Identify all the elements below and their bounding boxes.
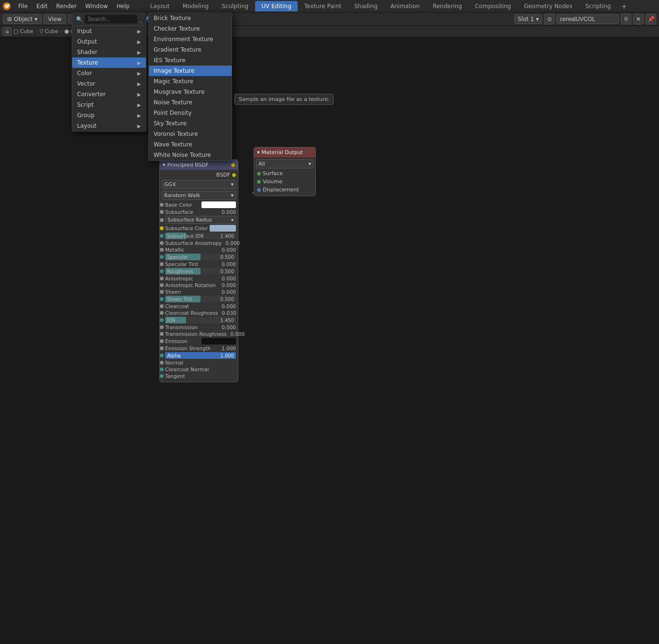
material-pin-btn[interactable]: 📌 (646, 14, 656, 24)
menu-shader[interactable]: Shader ▶ (72, 47, 146, 57)
transmission-socket[interactable] (160, 325, 164, 329)
texture-environment[interactable]: Environment Texture (149, 34, 232, 44)
anisotropic-socket[interactable] (160, 277, 164, 280)
ior-socket[interactable] (160, 318, 164, 322)
material-name-input[interactable] (557, 14, 619, 24)
subsurface-color-swatch[interactable] (210, 225, 236, 232)
menu-converter[interactable]: Converter ▶ (72, 89, 146, 100)
metallic-socket[interactable] (160, 248, 164, 252)
texture-checker[interactable]: Checker Texture (149, 23, 232, 34)
add-workspace-tab[interactable]: + (617, 1, 631, 11)
base-color-socket[interactable] (160, 203, 164, 207)
menu-layout[interactable]: Layout ▶ (72, 121, 146, 131)
tab-scripting[interactable]: Scripting (579, 1, 617, 11)
material-output-dropdown[interactable]: All ▾ (256, 159, 313, 168)
subsurface-ior-socket[interactable] (160, 234, 164, 238)
field-clearcoat-normal: Clearcoat Normal (160, 366, 238, 373)
menu-script[interactable]: Script ▶ (72, 100, 146, 110)
subsurface-color-socket[interactable] (160, 226, 164, 230)
material-unlink-btn[interactable]: ✕ (633, 14, 644, 24)
texture-voronoi[interactable]: Voronoi Texture (149, 129, 232, 139)
normal-socket[interactable] (160, 361, 164, 365)
subsurface-radius-dropdown[interactable]: Subsurface Radius▾ (165, 216, 236, 224)
volume-input-socket[interactable] (257, 180, 261, 184)
roughness-socket[interactable] (160, 269, 164, 273)
subsurface-radius-socket[interactable] (160, 218, 164, 222)
tab-compositing[interactable]: Compositing (469, 1, 517, 11)
tab-modeling[interactable]: Modeling (177, 1, 215, 11)
material-copy-btn[interactable]: ⎘ (621, 14, 631, 24)
subsurface-aniso-socket[interactable] (160, 241, 164, 245)
tangent-socket[interactable] (160, 374, 164, 378)
texture-brick[interactable]: Brick Texture (149, 13, 232, 23)
view-menu-btn[interactable]: View (44, 14, 66, 24)
menu-search-input[interactable] (85, 15, 137, 23)
texture-wave[interactable]: Wave Texture (149, 139, 232, 150)
subsurface-socket[interactable] (160, 210, 164, 214)
menu-color[interactable]: Color ▶ (72, 68, 146, 78)
transmission-roughness-socket[interactable] (160, 332, 164, 336)
surface-input-socket[interactable] (257, 172, 261, 176)
breadcrumb-cube2[interactable]: ▽ Cube (39, 28, 58, 34)
menu-render[interactable]: Render (52, 2, 80, 11)
tab-rendering[interactable]: Rendering (426, 1, 468, 11)
bsdf-collapse-arrow[interactable]: ▾ (163, 162, 166, 168)
subsurface-ior-bar[interactable]: Subsurface IOR 1.400 (165, 233, 236, 239)
clearcoat-roughness-socket[interactable] (160, 311, 164, 315)
menu-vector[interactable]: Vector ▶ (72, 78, 146, 89)
tab-sculpting[interactable]: Sculpting (215, 1, 255, 11)
bsdf-dropdown2[interactable]: Random Walk ▾ (162, 191, 236, 200)
menu-edit[interactable]: Edit (33, 2, 51, 11)
breadcrumb-home-btn[interactable]: ⌂ (3, 27, 11, 36)
bsdf-bsdf-connector[interactable] (232, 173, 236, 177)
emission-strength-socket[interactable] (160, 346, 164, 350)
texture-magic[interactable]: Magic Texture (149, 76, 232, 87)
tab-texture-paint[interactable]: Texture Paint (298, 1, 347, 11)
bsdf-output-connector[interactable] (231, 163, 235, 167)
sheen-tint-bar[interactable]: Sheen Tint 0.500 (165, 296, 236, 302)
material-output-collapse[interactable]: ▾ (257, 149, 260, 155)
editor-type-btn[interactable]: ⊞ Object ▾ (3, 14, 42, 24)
emission-color-swatch[interactable] (201, 338, 236, 344)
breadcrumb-cube1[interactable]: □ Cube (13, 28, 34, 34)
sheen-socket[interactable] (160, 290, 164, 294)
emission-socket[interactable] (160, 339, 164, 343)
texture-point-density[interactable]: Point Density (149, 108, 232, 118)
alpha-bar[interactable]: Alpha 1.000 (165, 352, 236, 359)
menu-help[interactable]: Help (112, 2, 133, 11)
field-transmission-roughness: Transmission Roughness 0.000 (160, 331, 238, 337)
aniso-rotation-socket[interactable] (160, 283, 164, 287)
texture-ies[interactable]: IES Texture (149, 55, 232, 66)
texture-white-noise[interactable]: White Noise Texture (149, 150, 232, 160)
alpha-socket[interactable] (160, 354, 164, 357)
menu-texture[interactable]: Texture ▶ (72, 57, 146, 68)
slot-dropdown[interactable]: Slot 1 ▾ (514, 14, 542, 24)
displacement-input-socket[interactable] (257, 188, 261, 192)
menu-input[interactable]: Input ▶ (72, 26, 146, 36)
menu-window[interactable]: Window (81, 2, 112, 11)
texture-image[interactable]: Image Texture (149, 66, 232, 76)
texture-musgrave[interactable]: Musgrave Texture (149, 87, 232, 97)
texture-gradient[interactable]: Gradient Texture (149, 44, 232, 55)
ior-bar[interactable]: IOR 1.450 (165, 317, 236, 323)
menu-group[interactable]: Group ▶ (72, 110, 146, 121)
menu-output[interactable]: Output ▶ (72, 36, 146, 47)
specular-tint-socket[interactable] (160, 262, 164, 266)
tab-uv-editing[interactable]: UV Editing (255, 1, 298, 11)
specular-bar[interactable]: Specular 0.500 (165, 254, 236, 260)
sheen-tint-socket[interactable] (160, 297, 164, 301)
tab-geometry-nodes[interactable]: Geometry Nodes (518, 1, 579, 11)
menu-file[interactable]: File (14, 2, 32, 11)
texture-sky[interactable]: Sky Texture (149, 118, 232, 129)
texture-noise[interactable]: Noise Texture (149, 97, 232, 108)
tab-layout[interactable]: Layout (144, 1, 176, 11)
material-browse-btn[interactable]: ⊙ (544, 14, 555, 24)
tab-shading[interactable]: Shading (348, 1, 384, 11)
bsdf-dropdown1[interactable]: GGX ▾ (162, 180, 236, 189)
roughness-bar[interactable]: Roughness 0.500 (165, 268, 236, 275)
specular-socket[interactable] (160, 255, 164, 259)
clearcoat-socket[interactable] (160, 304, 164, 308)
tab-animation[interactable]: Animation (384, 1, 426, 11)
clearcoat-normal-socket[interactable] (160, 367, 164, 371)
base-color-swatch[interactable] (201, 201, 236, 208)
